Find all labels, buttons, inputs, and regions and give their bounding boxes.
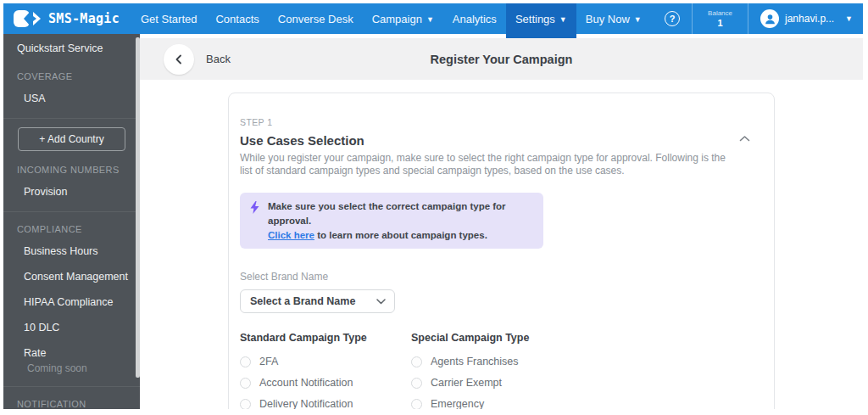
card-description: While you register your campaign, make s… <box>240 152 738 177</box>
radio-icon[interactable] <box>411 399 422 409</box>
settings-sidebar: Quickstart ServiceCOVERAGEUSA+ Add Count… <box>3 34 140 409</box>
sidebar-section-coverage: COVERAGE <box>3 61 140 86</box>
sidebar-divider <box>3 211 140 212</box>
standard-campaign-header: Standard Campaign Type <box>240 332 401 344</box>
back-button[interactable]: Back <box>164 44 231 75</box>
special-option-agents-franchises[interactable]: Agents Franchises <box>411 356 572 367</box>
special-campaign-header: Special Campaign Type <box>411 332 572 344</box>
nav-item-converse-desk[interactable]: Converse Desk <box>269 3 363 34</box>
radio-icon[interactable] <box>240 399 251 409</box>
banner-link[interactable]: Click here <box>268 230 314 240</box>
page-header: Back Register Your Campaign <box>140 38 863 80</box>
sidebar-section-compliance: COMPLIANCE <box>3 214 140 238</box>
chevron-down-icon <box>376 299 386 305</box>
sidebar-divider <box>3 386 140 387</box>
special-campaign-column: Special Campaign Type Agents FranchisesC… <box>411 332 572 409</box>
lightning-bolt-icon <box>250 201 259 242</box>
radio-icon[interactable] <box>240 378 251 389</box>
sidebar-divider <box>3 118 140 119</box>
sidebar-item-provision[interactable]: Provision <box>3 179 140 205</box>
radio-label: Agents Franchises <box>431 356 519 367</box>
sidebar-item-consent-management[interactable]: Consent Management <box>3 264 140 289</box>
balance-widget: Balance 1 <box>692 3 748 34</box>
top-navbar: SMS-Magic Get StartedContactsConverse De… <box>3 3 863 34</box>
sidebar-item-business-hours[interactable]: Business Hours <box>3 238 140 264</box>
sidebar-subtext-coming-soon: Coming soon <box>3 362 140 379</box>
step-label: STEP 1 <box>240 117 762 127</box>
banner-line2: to learn more about campaign types. <box>314 230 487 240</box>
user-name: janhavi.p... <box>785 13 834 25</box>
nav-item-settings[interactable]: Settings▼ <box>506 3 576 34</box>
back-label: Back <box>206 53 231 65</box>
standard-option-delivery-notification[interactable]: Delivery Notification <box>240 398 401 409</box>
brand[interactable]: SMS-Magic <box>3 3 131 34</box>
nav-item-label: Get Started <box>141 13 197 25</box>
standard-option-account-notification[interactable]: Account Notification <box>240 377 401 389</box>
back-chevron-icon <box>164 44 194 75</box>
nav-item-contacts[interactable]: Contacts <box>206 3 268 34</box>
banner-text: Make sure you select the correct campaig… <box>268 199 535 242</box>
nav-item-label: Analytics <box>453 13 497 25</box>
radio-icon[interactable] <box>240 356 251 367</box>
help-icon[interactable]: ? <box>665 11 680 26</box>
radio-label: Delivery Notification <box>259 398 353 409</box>
sidebar-item-hipaa-compliance[interactable]: HIPAA Compliance <box>3 289 140 315</box>
radio-label: Emergency <box>431 398 484 409</box>
nav-right: ? Balance 1 janhavi.p... ▼ <box>653 3 863 34</box>
nav-item-label: Converse Desk <box>278 13 353 25</box>
help-wrap: ? <box>653 3 692 34</box>
avatar-icon <box>760 9 779 28</box>
radio-icon[interactable] <box>411 356 422 367</box>
radio-icon[interactable] <box>411 378 422 389</box>
standard-option-2fa[interactable]: 2FA <box>240 356 401 367</box>
nav-item-label: Buy Now <box>586 13 630 25</box>
nav-item-label: Contacts <box>215 13 259 25</box>
sidebar-item-10-dlc[interactable]: 10 DLC <box>3 315 140 340</box>
brand-select-label: Select Brand Name <box>240 271 762 283</box>
page-title: Register Your Campaign <box>140 53 863 66</box>
campaign-type-columns: Standard Campaign Type 2FAAccount Notifi… <box>240 332 762 409</box>
use-cases-card: STEP 1 Use Cases Selection While you reg… <box>228 93 775 409</box>
radio-label: Carrier Exempt <box>431 377 502 389</box>
sidebar-item-quickstart-service[interactable]: Quickstart Service <box>3 36 140 61</box>
sms-magic-logo-icon <box>14 10 42 27</box>
special-option-carrier-exempt[interactable]: Carrier Exempt <box>411 377 572 389</box>
info-banner: Make sure you select the correct campaig… <box>240 193 543 249</box>
nav-item-campaign[interactable]: Campaign▼ <box>363 3 443 34</box>
nav-item-label: Settings <box>515 13 555 25</box>
nav-item-label: Campaign <box>372 13 422 25</box>
main-content: Back Register Your Campaign STEP 1 Use C… <box>140 34 863 409</box>
sidebar-scrollbar[interactable] <box>136 37 140 378</box>
banner-line1: Make sure you select the correct campaig… <box>268 201 506 226</box>
nav-menu: Get StartedContactsConverse DeskCampaign… <box>131 3 651 34</box>
radio-label: Account Notification <box>259 377 353 389</box>
nav-item-get-started[interactable]: Get Started <box>131 3 206 34</box>
balance-label: Balance <box>708 9 732 17</box>
brand-select-value: Select a Brand Name <box>250 295 355 307</box>
app-frame: SMS-Magic Get StartedContactsConverse De… <box>3 3 863 409</box>
sidebar-section-incoming-numbers: INCOMING NUMBERS <box>3 154 140 179</box>
chevron-down-icon: ▼ <box>426 15 434 24</box>
balance-value: 1 <box>718 18 723 28</box>
nav-item-analytics[interactable]: Analytics <box>443 3 506 34</box>
sidebar-section-notification: NOTIFICATION <box>3 389 140 409</box>
user-menu[interactable]: janhavi.p... ▼ <box>748 3 863 34</box>
chevron-down-icon: ▼ <box>634 15 642 24</box>
radio-label: 2FA <box>259 356 278 367</box>
brand-name: SMS-Magic <box>48 11 120 26</box>
special-option-emergency[interactable]: Emergency <box>411 398 572 409</box>
chevron-down-icon: ▼ <box>559 15 567 24</box>
chevron-down-icon: ▼ <box>845 14 853 23</box>
card-title: Use Cases Selection <box>240 133 762 148</box>
collapse-chevron-up-icon[interactable] <box>739 131 750 146</box>
brand-select-dropdown[interactable]: Select a Brand Name <box>240 289 395 313</box>
standard-campaign-column: Standard Campaign Type 2FAAccount Notifi… <box>240 332 401 409</box>
sidebar-item-usa[interactable]: USA <box>3 86 140 111</box>
add-country-button[interactable]: + Add Country <box>18 127 125 151</box>
nav-item-buy-now[interactable]: Buy Now▼ <box>576 3 651 34</box>
